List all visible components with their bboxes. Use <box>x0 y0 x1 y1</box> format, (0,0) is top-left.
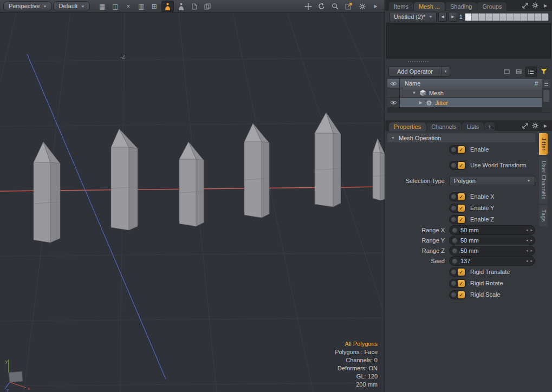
tab-properties[interactable]: Properties <box>389 122 426 131</box>
viewport-menu-button[interactable]: ▶ <box>370 1 381 11</box>
range-x-stepper[interactable]: ◂▸ <box>526 228 532 233</box>
view-type-dropdown[interactable]: Perspective ▼ <box>3 1 52 11</box>
page-mode-icon[interactable] <box>189 1 200 11</box>
list-scrollbar[interactable] <box>542 79 551 113</box>
filter-button[interactable] <box>538 67 549 76</box>
rotate-tool-button[interactable] <box>316 1 327 11</box>
visibility-column-header[interactable] <box>387 79 400 88</box>
selection-type-dropdown[interactable]: Polygon ▼ <box>449 176 535 186</box>
person-outline-mode-icon[interactable] <box>176 1 187 11</box>
cross-icon[interactable]: × <box>122 1 134 11</box>
list-row-jitter[interactable]: ▶ Jitter <box>387 98 542 108</box>
side-tab-jitter[interactable]: Jitter <box>539 133 548 155</box>
thumbnail-view-button[interactable] <box>502 67 512 76</box>
reset-knob[interactable] <box>451 205 457 211</box>
obelisk-6-partial[interactable] <box>373 139 385 200</box>
panel-options-button[interactable] <box>531 122 539 129</box>
scene-3d[interactable] <box>0 13 385 392</box>
reset-knob[interactable] <box>451 147 457 153</box>
obelisk-3[interactable] <box>179 142 204 226</box>
timeline-cell[interactable] <box>479 14 486 21</box>
popout-button[interactable] <box>521 122 529 129</box>
timeline-cell[interactable] <box>465 14 472 21</box>
obelisk-4[interactable] <box>244 123 269 218</box>
reset-knob[interactable] <box>451 269 457 275</box>
add-operator-button[interactable]: Add Operator ▼ <box>388 66 450 77</box>
enable-x-checkbox[interactable]: ✓ <box>449 192 466 201</box>
next-scene-button[interactable]: ▶ <box>449 12 457 22</box>
panel-resize-handle[interactable] <box>385 58 552 65</box>
range-y-stepper[interactable]: ◂▸ <box>526 238 532 243</box>
timeline-cell[interactable] <box>542 14 548 21</box>
rigid-translate-checkbox[interactable]: ✓ <box>449 267 466 277</box>
scene-dropdown[interactable]: Untitled (2)* ▼ <box>389 12 437 22</box>
shading-style-dropdown[interactable]: Default ▼ <box>53 1 90 11</box>
move-tool-button[interactable] <box>302 1 314 11</box>
timeline-cell[interactable] <box>521 14 528 21</box>
reset-knob[interactable] <box>451 292 457 298</box>
person-mode-icon[interactable] <box>161 1 174 12</box>
timeline-cell[interactable] <box>514 14 521 21</box>
tab-channels[interactable]: Channels <box>426 122 461 131</box>
scrollbar-thumb[interactable] <box>543 90 549 102</box>
panel-menu-button[interactable]: ▶ <box>542 122 549 129</box>
timeline-cell[interactable] <box>507 14 514 21</box>
mini-slider-knob[interactable] <box>452 248 458 254</box>
viewport-canvas[interactable]: -Z y x z All Polygons Polygons : Face Ch… <box>0 13 385 392</box>
range-z-stepper[interactable]: ◂▸ <box>526 249 532 253</box>
obelisk-2[interactable] <box>111 129 138 230</box>
range-z-field[interactable]: 50 mm ◂▸ <box>449 246 535 256</box>
panel-options-button[interactable] <box>531 2 539 9</box>
mini-timeline[interactable] <box>465 13 549 21</box>
reset-knob[interactable] <box>451 217 457 223</box>
hatch-icon[interactable]: ▥ <box>135 1 147 11</box>
collapse-icon[interactable]: ▼ <box>412 90 417 95</box>
mesh-visibility-toggle[interactable] <box>387 88 400 98</box>
mini-slider-knob[interactable] <box>452 258 458 264</box>
list-view-button[interactable] <box>514 67 524 76</box>
reset-knob[interactable] <box>451 280 457 286</box>
side-tab-user-channels[interactable]: User Channels <box>539 156 548 204</box>
tab-shading[interactable]: Shading <box>445 2 477 11</box>
rigid-scale-checkbox[interactable]: ✓ <box>449 290 466 299</box>
quad-view-icon[interactable]: ◫ <box>109 1 121 11</box>
seed-stepper[interactable]: ◂▸ <box>526 259 532 264</box>
add-operator-dropdown[interactable]: ▼ <box>441 67 450 76</box>
zoom-tool-button[interactable] <box>329 1 341 11</box>
range-y-field[interactable]: 50 mm ◂▸ <box>449 236 535 245</box>
enable-checkbox[interactable]: ✓ <box>449 145 466 154</box>
timeline-cell[interactable] <box>493 14 500 21</box>
timeline-cell[interactable] <box>535 14 542 21</box>
timeline-cell[interactable] <box>528 14 535 21</box>
prev-scene-button[interactable]: ◀ <box>438 12 447 22</box>
jitter-visibility-toggle[interactable] <box>387 98 400 108</box>
panel-menu-button[interactable]: ▶ <box>542 2 549 9</box>
item-tree-area[interactable] <box>386 23 551 58</box>
pages-mode-icon[interactable] <box>202 1 213 11</box>
tab-add[interactable]: + <box>484 122 494 131</box>
popout-button[interactable] <box>521 2 529 9</box>
tab-groups[interactable]: Groups <box>477 2 506 11</box>
orientation-gizmo[interactable]: y x z <box>2 357 35 392</box>
tab-items[interactable]: Items <box>389 2 413 11</box>
column-config-button[interactable] <box>542 79 551 89</box>
enable-y-checkbox[interactable]: ✓ <box>449 204 466 213</box>
section-mesh-operation[interactable]: ▼ Mesh Operation <box>387 133 535 142</box>
list-row-mesh[interactable]: ▼ Mesh <box>387 88 542 98</box>
obelisk-5[interactable] <box>315 113 341 207</box>
tab-mesh-ops[interactable]: Mesh ... <box>414 2 445 11</box>
range-x-field[interactable]: 50 mm ◂▸ <box>449 225 535 235</box>
maximize-viewport-button[interactable] <box>343 1 354 11</box>
grid-icon[interactable]: ▦ <box>96 1 108 11</box>
obelisk-1[interactable] <box>34 142 60 243</box>
mini-slider-knob[interactable] <box>452 238 458 244</box>
enable-z-checkbox[interactable]: ✓ <box>449 215 466 224</box>
reset-knob[interactable] <box>451 194 457 200</box>
viewport-options-button[interactable] <box>356 1 368 11</box>
timeline-cell[interactable] <box>472 14 479 21</box>
mini-slider-knob[interactable] <box>452 227 458 233</box>
side-tab-tags[interactable]: Tags <box>539 205 548 226</box>
rigid-rotate-checkbox[interactable]: ✓ <box>449 279 466 288</box>
use-world-transform-checkbox[interactable]: ✓ <box>449 161 466 170</box>
seed-field[interactable]: 137 ◂▸ <box>449 256 535 266</box>
